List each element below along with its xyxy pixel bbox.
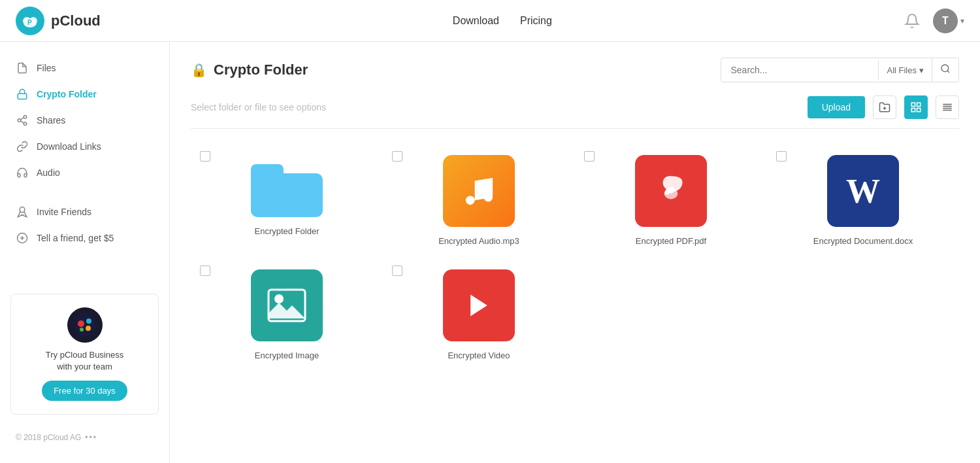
sidebar-audio-label: Audio: [37, 167, 60, 178]
grid-view-button[interactable]: [904, 95, 928, 119]
svg-point-15: [86, 318, 91, 324]
file-name-encrypted-doc: Encrypted Document.docx: [813, 236, 913, 246]
word-icon-wrap: W: [827, 155, 899, 227]
promo-business-icon: [67, 307, 103, 343]
main-header: 🔒 Crypto Folder All Files ▾: [191, 58, 959, 82]
promo-cta-button[interactable]: Free for 30 days: [42, 381, 127, 401]
crypto-lock-icon: [16, 88, 29, 101]
toolbar-hint: Select folder or file to see options: [191, 102, 326, 112]
svg-rect-23: [917, 103, 921, 106]
svg-point-5: [24, 116, 27, 119]
file-name-encrypted-image: Encrypted Image: [255, 351, 319, 360]
sidebar-footer: © 2018 pCloud AG •••: [0, 425, 169, 450]
sidebar-bottom: Try pCloud Businesswith your team Free f…: [0, 283, 169, 450]
image-icon-wrap: [251, 269, 323, 341]
file-icon: [16, 61, 29, 75]
toolbar: Select folder or file to see options Upl…: [191, 95, 959, 129]
svg-rect-22: [911, 103, 915, 106]
file-grid: Encrypted Folder Encrypted Audio.mp3: [191, 142, 959, 371]
file-checkbox[interactable]: [776, 151, 787, 162]
svg-text:P: P: [27, 19, 32, 26]
sidebar-item-tell-friend[interactable]: Tell a friend, get $5: [0, 225, 169, 251]
link-icon: [16, 140, 29, 153]
header-nav: Download Pricing: [453, 15, 552, 27]
nav-download[interactable]: Download: [453, 15, 499, 27]
shares-icon: [16, 114, 29, 127]
search-input[interactable]: [721, 60, 878, 80]
sidebar-tell-friend-label: Tell a friend, get $5: [37, 233, 114, 243]
user-avatar: T: [933, 9, 958, 33]
upload-button[interactable]: Upload: [808, 96, 865, 118]
audio-icon-wrap: [443, 155, 515, 227]
svg-line-9: [20, 118, 24, 120]
logo-icon: P: [16, 7, 44, 35]
file-item-encrypted-video[interactable]: Encrypted Video: [383, 256, 575, 371]
file-name-encrypted-pdf: Encrypted PDF.pdf: [636, 236, 706, 246]
svg-point-34: [274, 294, 284, 303]
search-filter-dropdown[interactable]: All Files ▾: [878, 60, 932, 80]
search-button[interactable]: [932, 58, 958, 82]
promo-description: Try pCloud Businesswith your team: [22, 349, 148, 373]
sidebar-item-audio[interactable]: Audio: [0, 160, 169, 186]
nav-pricing[interactable]: Pricing: [520, 15, 552, 27]
sidebar-item-invite[interactable]: Invite Friends: [0, 199, 169, 225]
toolbar-actions: Upload: [808, 95, 959, 119]
sidebar-invite-label: Invite Friends: [37, 207, 91, 217]
promo-card: Try pCloud Businesswith your team Free f…: [10, 294, 159, 415]
audio-icon: [16, 166, 29, 179]
file-item-encrypted-folder[interactable]: Encrypted Folder: [191, 142, 383, 256]
chevron-down-icon: ▾: [960, 16, 964, 26]
sidebar-item-files[interactable]: Files: [0, 55, 169, 81]
logo[interactable]: P pCloud: [16, 7, 101, 35]
video-icon-wrap: [443, 269, 515, 341]
svg-point-14: [78, 320, 84, 327]
file-item-encrypted-image[interactable]: Encrypted Image: [191, 256, 383, 371]
copyright-text: © 2018 pCloud AG: [16, 433, 81, 442]
file-name-encrypted-video: Encrypted Video: [448, 351, 510, 360]
svg-point-7: [24, 122, 27, 126]
svg-line-8: [20, 121, 24, 123]
file-checkbox[interactable]: [392, 151, 402, 162]
dollar-icon: [16, 232, 29, 245]
file-name-encrypted-audio: Encrypted Audio.mp3: [438, 236, 519, 246]
folder-icon-wrap: [251, 155, 323, 217]
svg-point-17: [80, 328, 84, 332]
sidebar-shares-label: Shares: [37, 115, 65, 126]
svg-rect-4: [18, 94, 27, 99]
more-icon: •••: [85, 433, 97, 442]
file-checkbox[interactable]: [200, 266, 210, 276]
svg-point-16: [86, 326, 91, 331]
sidebar: Files Crypto Folder: [0, 42, 170, 463]
sidebar-item-download-links[interactable]: Download Links: [0, 133, 169, 160]
svg-rect-24: [917, 109, 921, 112]
filter-chevron-icon: ▾: [919, 65, 924, 75]
main-content: 🔒 Crypto Folder All Files ▾ Select folde…: [170, 42, 980, 463]
search-bar: All Files ▾: [721, 58, 959, 82]
file-checkbox[interactable]: [392, 266, 402, 276]
user-avatar-dropdown[interactable]: T ▾: [933, 9, 964, 33]
file-checkbox[interactable]: [584, 151, 595, 162]
new-folder-button[interactable]: [873, 95, 896, 119]
file-item-encrypted-pdf[interactable]: Encrypted PDF.pdf: [575, 142, 767, 256]
file-name-encrypted-folder: Encrypted Folder: [255, 226, 319, 236]
svg-point-18: [941, 65, 949, 72]
sidebar-download-links-label: Download Links: [37, 141, 101, 152]
trophy-icon: [16, 205, 29, 218]
svg-point-31: [483, 192, 493, 201]
sidebar-item-shares[interactable]: Shares: [0, 107, 169, 133]
app-layout: Files Crypto Folder: [0, 42, 980, 463]
svg-marker-35: [470, 295, 487, 317]
sort-button[interactable]: [936, 95, 959, 119]
app-header: P pCloud Download Pricing T ▾: [0, 0, 980, 42]
file-item-encrypted-audio[interactable]: Encrypted Audio.mp3: [383, 142, 575, 256]
sidebar-nav: Files Crypto Folder: [0, 55, 169, 251]
notification-bell-icon[interactable]: [904, 13, 920, 29]
file-item-encrypted-doc[interactable]: W Encrypted Document.docx: [767, 142, 959, 256]
file-checkbox[interactable]: [200, 151, 210, 162]
sidebar-crypto-label: Crypto Folder: [37, 89, 97, 99]
filter-label: All Files: [887, 65, 917, 75]
crypto-folder-lock-icon: 🔒: [191, 62, 207, 78]
sidebar-item-crypto[interactable]: Crypto Folder: [0, 81, 169, 107]
promo-icon-wrap: [22, 307, 148, 343]
main-title: 🔒 Crypto Folder: [191, 61, 308, 78]
